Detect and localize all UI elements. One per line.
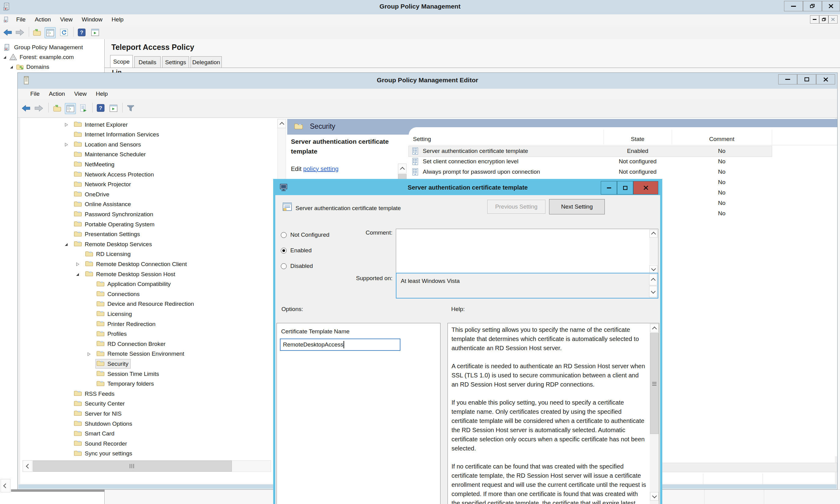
tree-item-smart-card[interactable]: Smart Card (20, 429, 277, 439)
tree-item-internet-information-services[interactable]: Internet Information Services (20, 130, 277, 140)
tab-details[interactable]: Details (134, 56, 161, 68)
tree-item-network-projector[interactable]: Network Projector (20, 180, 277, 190)
tree-item-forest[interactable]: Forest: example.com (3, 54, 74, 61)
minimize-button[interactable] (784, 1, 803, 11)
comment-scroll-down-button[interactable] (649, 265, 657, 273)
help-scroll-thumb[interactable] (650, 333, 659, 434)
collapsed-expander-icon[interactable] (76, 262, 79, 268)
tree-item-server-for-nis[interactable]: Server for NIS (20, 409, 277, 419)
tree-item-remote-desktop-session-host[interactable]: Remote Desktop Session Host (20, 270, 277, 279)
tree-item-onedrive[interactable]: OneDrive (20, 190, 277, 199)
refresh-icon[interactable] (59, 27, 69, 38)
comment-textarea[interactable] (396, 229, 658, 274)
radio-circle-icon[interactable] (281, 232, 287, 238)
new-window-icon[interactable] (108, 103, 119, 113)
dialog-minimize-button[interactable] (601, 181, 617, 195)
settings-row-always-prompt-for-password-upon-connection[interactable]: Always prompt for password upon connecti… (409, 167, 772, 177)
tab-scope[interactable]: Scope (110, 55, 133, 68)
editor-menu-action[interactable]: Action (44, 89, 70, 99)
export-folder-icon[interactable] (52, 103, 62, 113)
editor-close-button[interactable] (816, 74, 835, 85)
tree-item-sound-recorder[interactable]: Sound Recorder (20, 439, 277, 449)
tree-item-presentation-settings[interactable]: Presentation Settings (20, 230, 277, 239)
tree-vscroll-up-button[interactable] (278, 119, 286, 128)
supported-on-box[interactable]: At least Windows Vista (396, 273, 658, 299)
main-menu-view[interactable]: View (55, 14, 77, 25)
collapsed-expander-icon[interactable] (65, 123, 68, 128)
back-icon[interactable] (21, 103, 31, 113)
expanded-expander-icon[interactable] (65, 242, 68, 248)
tree-hscroll-thumb[interactable] (33, 461, 232, 472)
editor-titlebar[interactable]: Group Policy Management Editor (18, 73, 837, 89)
main-hscroll-left-button[interactable] (1, 479, 11, 492)
column-header-setting[interactable]: Setting (413, 136, 431, 143)
dialog-close-button[interactable] (633, 181, 658, 195)
certificate-template-name-input[interactable]: RemoteDesktopAccess (280, 339, 400, 351)
tree-item-licensing[interactable]: Licensing (20, 309, 277, 319)
tree-item-application-compatibility[interactable]: Application Compatibility (20, 280, 277, 289)
tree-item-network-access-protection[interactable]: Network Access Protection (20, 170, 277, 180)
tab-delegation[interactable]: Delegation (191, 56, 222, 68)
main-titlebar[interactable]: Group Policy Management (0, 0, 840, 15)
tree-item-domains[interactable]: Domains (10, 64, 49, 70)
main-menu-action[interactable]: Action (30, 14, 56, 25)
tree-item-remote-desktop-connection-client[interactable]: Remote Desktop Connection Client (20, 260, 277, 269)
tree-hscroll-left-button[interactable] (23, 460, 32, 472)
child-close-button[interactable] (828, 15, 838, 23)
radio-disabled[interactable]: Disabled (281, 262, 313, 270)
tree-item-password-synchronization[interactable]: Password Synchronization (20, 210, 277, 219)
tree-item-group-policy-management[interactable]: Group Policy Management (3, 43, 83, 51)
help-icon[interactable]: ? (76, 27, 87, 38)
tree-item-connections[interactable]: Connections (20, 290, 277, 299)
tree-item-location-and-sensors[interactable]: Location and Sensors (20, 140, 277, 149)
tree-item-remote-session-environment[interactable]: Remote Session Environment (20, 349, 277, 359)
restore-button[interactable] (803, 1, 822, 11)
forward-icon[interactable] (15, 27, 25, 38)
supported-scroll-down-button[interactable] (649, 286, 657, 297)
filter-icon[interactable] (125, 103, 136, 113)
policy-setting-link[interactable]: policy setting (303, 165, 339, 172)
editor-maximize-button[interactable] (797, 74, 816, 85)
column-header-state[interactable]: State (604, 136, 672, 143)
radio-enabled[interactable]: Enabled (281, 247, 312, 254)
tree-item-rd-licensing[interactable]: RD Licensing (20, 250, 277, 259)
settings-row-set-client-connection-encryption-level[interactable]: Set client connection encryption levelNo… (409, 157, 772, 167)
supported-scroll-up-button[interactable] (649, 274, 657, 285)
previous-setting-button[interactable]: Previous Setting (487, 200, 546, 214)
tree-item-remote-desktop-services[interactable]: Remote Desktop Services (20, 240, 277, 249)
editor-menu-view[interactable]: View (69, 89, 91, 99)
dialog-maximize-button[interactable] (617, 181, 633, 195)
main-menu-window[interactable]: Window (77, 14, 107, 25)
main-menu-file[interactable]: File (12, 14, 30, 25)
tree-item-maintenance-scheduler[interactable]: Maintenance Scheduler (20, 150, 277, 160)
comment-scroll-up-button[interactable] (649, 230, 657, 238)
help-icon[interactable]: ? (95, 103, 106, 113)
main-menu-help[interactable]: Help (107, 14, 128, 25)
dialog-titlebar[interactable]: Server authentication certificate templa… (275, 181, 660, 195)
child-restore-button[interactable] (819, 15, 828, 23)
next-setting-button[interactable]: Next Setting (549, 199, 605, 214)
tree-item-sync-your-settings[interactable]: Sync your settings (20, 449, 277, 459)
export-list-icon[interactable] (78, 103, 89, 113)
tree-item-profiles[interactable]: Profiles (20, 330, 277, 339)
child-minimize-button[interactable] (810, 15, 819, 23)
editor-menu-help[interactable]: Help (91, 89, 112, 99)
tree-item-rss-feeds[interactable]: RSS Feeds (20, 389, 277, 399)
tree-item-temporary-folders[interactable]: Temporary folders (20, 380, 277, 389)
collapsed-expander-icon[interactable] (65, 143, 68, 148)
show-console-tree-icon[interactable] (44, 27, 56, 38)
tree-item-shutdown-options[interactable]: Shutdown Options (20, 419, 277, 429)
settings-row-server-authentication-certificate-template[interactable]: Server authentication certificate templa… (409, 146, 772, 157)
tree-item-security-center[interactable]: Security Center (20, 399, 277, 409)
help-scroll-down-button[interactable] (650, 492, 659, 501)
tree-item-internet-explorer[interactable]: Internet Explorer (20, 120, 277, 130)
expanded-expander-icon[interactable] (76, 272, 79, 278)
close-button[interactable] (822, 1, 840, 11)
collapsed-expander-icon[interactable] (87, 352, 91, 358)
radio-not-configured[interactable]: Not Configured (281, 231, 329, 239)
description-vscroll-up-button[interactable] (398, 164, 407, 174)
forward-icon[interactable] (34, 103, 44, 113)
radio-circle-icon[interactable] (281, 263, 287, 269)
editor-minimize-button[interactable] (778, 74, 797, 85)
help-scroll-up-button[interactable] (650, 324, 659, 332)
